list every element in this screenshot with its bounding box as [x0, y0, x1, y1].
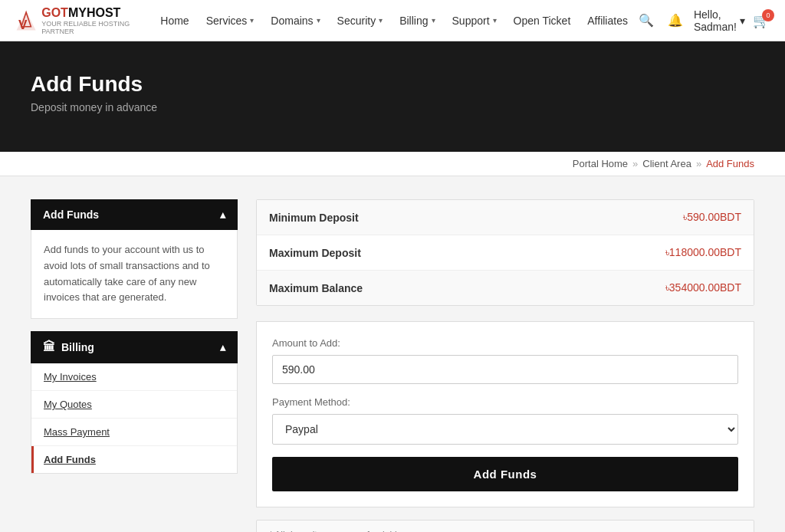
page-subtitle: Deposit money in advance	[31, 101, 754, 113]
logo-icon: V	[15, 7, 37, 34]
nav-right: 🔍 🔔 Hello, Sadman! ▾ 🛒 0	[636, 8, 770, 33]
logo: V GOTMYHOST YOUR RELIABLE HOSTING PARTNE…	[15, 5, 137, 35]
payment-method-select[interactable]: Paypal	[272, 414, 738, 445]
sidebar-add-funds-description: Add funds to your account with us to avo…	[44, 242, 225, 306]
bell-button[interactable]: 🔔	[665, 10, 686, 31]
main-content: Add Funds ▴ Add funds to your account wi…	[0, 176, 785, 532]
min-deposit-label: Minimum Deposit	[269, 212, 683, 224]
cart-badge: 0	[762, 9, 774, 21]
billing-menu-my-quotes[interactable]: My Quotes	[31, 391, 237, 419]
sidebar-add-funds-body: Add funds to your account with us to avo…	[31, 230, 238, 319]
chevron-down-icon: ▾	[250, 16, 254, 25]
logo-tagline: YOUR RELIABLE HOSTING PARTNER	[41, 20, 137, 35]
main-panel: Minimum Deposit ৳590.00BDT Maximum Depos…	[256, 199, 754, 532]
amount-label: Amount to Add:	[272, 337, 738, 349]
navbar: V GOTMYHOST YOUR RELIABLE HOSTING PARTNE…	[0, 0, 785, 41]
breadcrumb-client-area[interactable]: Client Area	[642, 158, 691, 169]
billing-menu-my-invoices[interactable]: My Invoices	[31, 363, 237, 391]
nav-billing[interactable]: Billing ▾	[392, 0, 442, 41]
search-button[interactable]: 🔍	[636, 10, 657, 31]
user-greeting: Hello, Sadman!	[694, 8, 737, 33]
breadcrumb-sep-1: »	[632, 158, 638, 169]
user-chevron-icon: ▾	[740, 15, 745, 27]
billing-icon: 🏛	[43, 340, 55, 354]
svg-text:V: V	[18, 16, 28, 31]
nav-support[interactable]: Support ▾	[445, 0, 504, 41]
logo-text: GOTMYHOST	[41, 5, 137, 20]
chevron-down-icon: ▾	[432, 16, 435, 25]
breadcrumb-portal-home[interactable]: Portal Home	[573, 158, 628, 169]
nav-security[interactable]: Security ▾	[330, 0, 391, 41]
amount-input[interactable]	[272, 355, 738, 384]
add-funds-form: Amount to Add: Payment Method: Paypal Ad…	[256, 321, 754, 507]
max-balance-label: Maximum Balance	[269, 282, 665, 294]
nav-open-ticket[interactable]: Open Ticket	[506, 0, 579, 41]
billing-menu-mass-payment[interactable]: Mass Payment	[31, 419, 237, 446]
min-deposit-value: ৳590.00BDT	[683, 211, 741, 224]
chevron-down-icon: ▾	[317, 16, 320, 25]
chevron-down-icon: ▾	[379, 16, 383, 25]
max-deposit-label: Maximum Deposit	[269, 247, 665, 259]
disclaimer: * All deposits are non-refundable.	[256, 520, 754, 532]
user-menu[interactable]: Hello, Sadman! ▾	[694, 8, 745, 33]
info-row-min-deposit: Minimum Deposit ৳590.00BDT	[257, 200, 754, 235]
nav-affiliates[interactable]: Affiliates	[580, 0, 636, 41]
info-table: Minimum Deposit ৳590.00BDT Maximum Depos…	[256, 199, 754, 306]
info-row-max-deposit: Maximum Deposit ৳118000.00BDT	[257, 235, 754, 271]
nav-services[interactable]: Services ▾	[199, 0, 262, 41]
hero-section: Add Funds Deposit money in advance	[0, 41, 785, 152]
chevron-down-icon: ▾	[493, 16, 497, 25]
info-row-max-balance: Maximum Balance ৳354000.00BDT	[257, 271, 754, 305]
sidebar-billing-header[interactable]: 🏛 Billing ▴	[31, 331, 238, 363]
nav-domains[interactable]: Domains ▾	[263, 0, 327, 41]
billing-chevron-up-icon: ▴	[220, 341, 225, 353]
payment-method-label: Payment Method:	[272, 396, 738, 408]
nav-links: Home Services ▾ Domains ▾ Security ▾ Bil…	[153, 0, 636, 41]
nav-home[interactable]: Home	[153, 0, 196, 41]
sidebar-billing-label: Billing	[61, 341, 94, 353]
sidebar-add-funds-label: Add Funds	[43, 209, 99, 221]
breadcrumb-current: Add Funds	[706, 158, 754, 169]
billing-menu: My Invoices My Quotes Mass Payment Add F…	[31, 363, 238, 474]
breadcrumb-sep-2: »	[696, 158, 701, 169]
max-deposit-value: ৳118000.00BDT	[665, 246, 741, 259]
sidebar: Add Funds ▴ Add funds to your account wi…	[31, 199, 238, 532]
sidebar-add-funds-header[interactable]: Add Funds ▴	[31, 199, 238, 230]
page-title: Add Funds	[31, 72, 754, 97]
chevron-up-icon: ▴	[220, 209, 225, 221]
max-balance-value: ৳354000.00BDT	[665, 281, 741, 294]
cart-button[interactable]: 🛒 0	[753, 12, 770, 29]
add-funds-button[interactable]: Add Funds	[272, 457, 738, 491]
breadcrumb: Portal Home » Client Area » Add Funds	[0, 152, 785, 176]
billing-menu-add-funds[interactable]: Add Funds	[31, 446, 237, 473]
